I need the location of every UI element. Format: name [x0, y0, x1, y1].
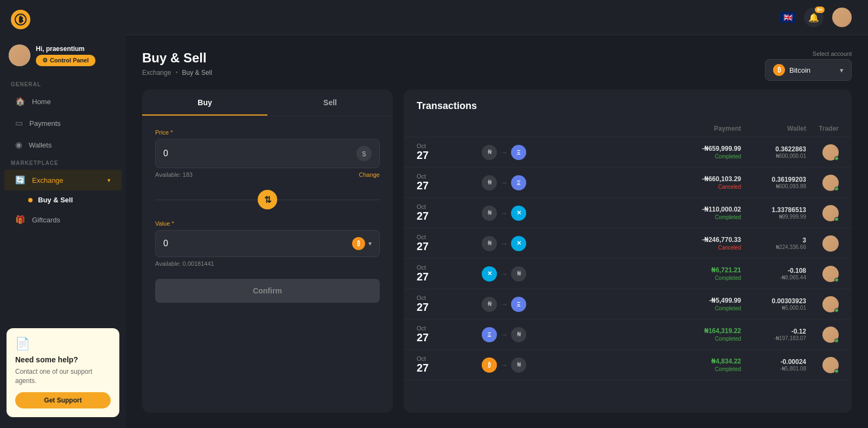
tx-date: Oct 27 [417, 295, 482, 314]
confirm-button[interactable]: Confirm [155, 279, 380, 303]
crypto-chevron-icon: ▾ [368, 240, 372, 247]
table-row[interactable]: Oct 27 ₦ → Ξ -₦5,499.99 Completed 0.0030… [404, 289, 852, 320]
table-row[interactable]: Oct 27 ₦ → Ξ -₦659,999.99 Completed 0.36… [404, 137, 852, 168]
crypto-selector[interactable]: ₿ ▾ [352, 237, 372, 250]
get-support-button[interactable]: Get Support [15, 392, 111, 408]
tx-wallet: 1.33786513 ₦99,999.99 [741, 206, 806, 220]
exchange-icon: 🔄 [15, 175, 25, 185]
sidebar-item-buy-sell[interactable]: Buy & Sell [4, 191, 122, 208]
sidebar-item-payments[interactable]: ▭ Payments [4, 113, 122, 133]
breadcrumb: Exchange • Buy & Sell [142, 69, 212, 76]
tab-buy[interactable]: Buy [142, 90, 267, 116]
available-label: Available: 183 [155, 171, 193, 178]
swap-button[interactable]: ⇅ [258, 190, 277, 209]
tx-trader [806, 266, 839, 282]
tx-trader [806, 144, 839, 161]
sidebar-item-home[interactable]: 🏠 Home [4, 91, 122, 112]
page-header: Buy & Sell Exchange • Buy & Sell Select … [142, 50, 852, 81]
help-text: Contact one of our support agents. [15, 367, 111, 386]
section-label-general: General [0, 77, 126, 91]
tx-wallet: 3 ₦224,336.66 [741, 237, 806, 250]
header-user-avatar[interactable] [832, 8, 852, 27]
sidebar-item-label: Giftcards [32, 216, 60, 224]
tx-payment: -₦5,499.99 Completed [665, 297, 741, 311]
sidebar-item-label: Payments [29, 119, 61, 127]
table-row[interactable]: Oct 27 ₦ → ✕ -₦246,770.33 Canceled 3 ₦22… [404, 228, 852, 259]
chevron-down-icon: ▾ [840, 66, 844, 74]
sidebar-item-label: Wallets [29, 141, 52, 149]
tx-wallet: 0.36199203 ₦600,093.88 [741, 176, 806, 189]
tx-icon-pair: ₦ → ✕ [482, 236, 665, 251]
sidebar-item-wallets[interactable]: ◉ Wallets [4, 135, 122, 155]
tx-trader [806, 175, 839, 191]
tx-icon-pair: ₦ → ✕ [482, 206, 665, 221]
sidebar-item-label: Exchange [32, 176, 101, 184]
tx-trader [806, 357, 839, 373]
tx-trader [806, 205, 839, 221]
transactions-header: Transactions [404, 90, 852, 120]
sidebar-item-giftcards[interactable]: 🎁 Giftcards [4, 209, 122, 230]
trader-avatar [822, 144, 839, 161]
tab-sell[interactable]: Sell [267, 90, 393, 116]
price-label: Price * [155, 129, 380, 136]
trader-avatar [822, 266, 839, 282]
btc-icon: ₿ [352, 237, 365, 250]
breadcrumb-current: Buy & Sell [182, 69, 212, 76]
sidebar-item-label: Home [32, 98, 51, 106]
tx-trader [806, 327, 839, 343]
help-title: Need some help? [15, 355, 111, 364]
col-wallet: Wallet [741, 125, 806, 132]
notifications-button[interactable]: 🔔 9+ [804, 8, 824, 27]
swap-center: ⇅ [155, 188, 380, 212]
value-input[interactable] [163, 239, 348, 248]
transactions-column-headers: Payment Wallet Trader [404, 120, 852, 137]
tx-icon-pair: ✕ → ₦ [482, 266, 665, 282]
app-logo-icon [11, 10, 30, 29]
logo-area [0, 0, 126, 39]
tx-trader [806, 296, 839, 312]
price-input[interactable] [163, 149, 352, 158]
account-select-dropdown[interactable]: ₿ Bitcoin ▾ [765, 59, 852, 81]
account-selector-area: Select account ₿ Bitcoin ▾ [765, 50, 852, 81]
available-row: Available: 183 Change [155, 170, 380, 179]
currency-icon: $ [356, 146, 372, 161]
table-row[interactable]: Oct 27 ₿ → ₦ ₦4,834.22 Completed -0.0002… [404, 350, 852, 380]
page-header-left: Buy & Sell Exchange • Buy & Sell [142, 50, 212, 76]
control-panel-button[interactable]: ⚙ Control Panel [36, 55, 95, 66]
section-label-marketplace: Marketplace [0, 156, 126, 169]
table-row[interactable]: Oct 27 Ξ → ₦ ₦164,319.22 Completed -0.12… [404, 320, 852, 350]
tx-date: Oct 27 [417, 143, 482, 162]
language-flag[interactable]: 🇬🇧 [780, 12, 795, 23]
tx-payment: ₦164,319.22 Completed [665, 327, 741, 342]
tx-icon-pair: ₦ → Ξ [482, 297, 665, 312]
tx-icon-pair: Ξ → ₦ [482, 327, 665, 342]
help-card: 📄 Need some help? Contact one of our sup… [7, 328, 119, 417]
trader-avatar [822, 296, 839, 312]
transactions-title: Transactions [417, 100, 839, 112]
select-account-label: Select account [813, 50, 852, 57]
tx-date: Oct 27 [417, 203, 482, 222]
sidebar: Hi, praesentium ⚙ Control Panel General … [0, 0, 126, 428]
tx-wallet: 0.3622863 ₦600,000.01 [741, 145, 806, 159]
uk-flag-icon: 🇬🇧 [780, 12, 795, 23]
tx-wallet: -0.12 -₦197,183.07 [741, 328, 806, 341]
tx-payment: -₦660,103.29 Canceled [665, 175, 741, 190]
home-icon: 🏠 [15, 97, 25, 106]
table-row[interactable]: Oct 27 ₦ → ✕ -₦110,000.02 Completed 1.33… [404, 198, 852, 228]
sidebar-item-exchange[interactable]: 🔄 Exchange ▾ [4, 170, 122, 190]
notification-badge: 9+ [815, 7, 825, 13]
submenu-dot [28, 198, 33, 202]
help-icon: 📄 [15, 337, 111, 351]
tx-payment: ₦6,721.21 Completed [665, 266, 741, 281]
tx-trader [806, 235, 839, 252]
wallets-icon: ◉ [15, 140, 22, 150]
table-row[interactable]: Oct 27 ₦ → Ξ -₦660,103.29 Canceled 0.361… [404, 168, 852, 198]
table-row[interactable]: Oct 27 ✕ → ₦ ₦6,721.21 Completed -0.108 … [404, 259, 852, 289]
top-header: 🇬🇧 🔔 9+ [126, 0, 868, 35]
buy-sell-panel: Buy Sell Price * $ [142, 90, 393, 413]
breadcrumb-parent: Exchange [142, 69, 171, 76]
tx-payment: -₦246,770.33 Canceled [665, 236, 741, 251]
account-name: Bitcoin [789, 66, 835, 74]
change-link[interactable]: Change [359, 171, 380, 178]
user-greeting: Hi, praesentium [36, 45, 95, 53]
